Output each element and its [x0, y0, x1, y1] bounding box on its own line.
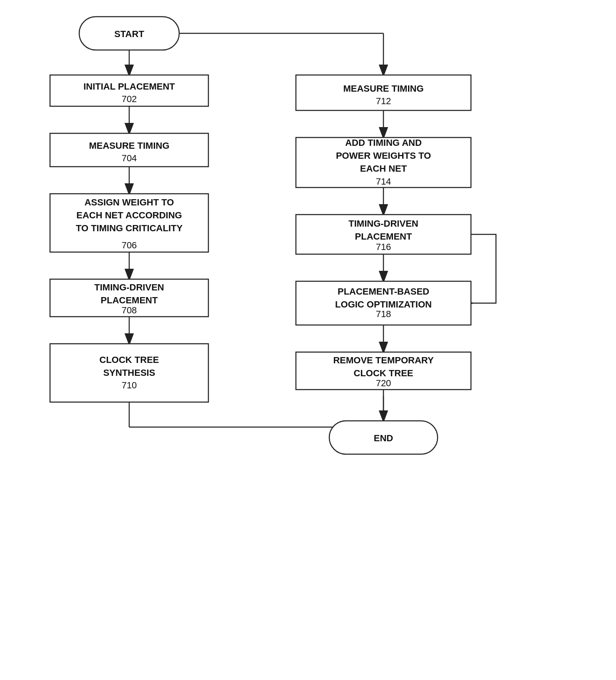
svg-text:714: 714: [376, 176, 391, 187]
svg-text:INITIAL PLACEMENT: INITIAL PLACEMENT: [83, 81, 175, 92]
svg-text:708: 708: [122, 305, 137, 315]
svg-text:REMOVE TEMPORARY: REMOVE TEMPORARY: [333, 355, 434, 365]
svg-text:716: 716: [376, 242, 391, 252]
svg-text:START: START: [114, 29, 144, 39]
svg-text:710: 710: [122, 380, 137, 390]
svg-text:TO TIMING CRITICALITY: TO TIMING CRITICALITY: [76, 223, 183, 233]
svg-text:TIMING-DRIVEN: TIMING-DRIVEN: [94, 282, 164, 292]
svg-text:MEASURE TIMING: MEASURE TIMING: [343, 83, 423, 94]
svg-text:TIMING-DRIVEN: TIMING-DRIVEN: [348, 218, 418, 229]
svg-text:SYNTHESIS: SYNTHESIS: [103, 368, 155, 378]
diagram-container: STARTINITIAL PLACEMENT702MEASURE TIMING7…: [0, 0, 616, 680]
svg-text:ADD TIMING AND: ADD TIMING AND: [345, 138, 422, 148]
svg-text:712: 712: [376, 96, 391, 106]
svg-text:CLOCK TREE: CLOCK TREE: [354, 368, 413, 378]
svg-text:PLACEMENT-BASED: PLACEMENT-BASED: [338, 286, 429, 297]
svg-text:POWER WEIGHTS TO: POWER WEIGHTS TO: [336, 150, 431, 161]
svg-text:PLACEMENT: PLACEMENT: [355, 231, 412, 242]
svg-text:706: 706: [122, 240, 137, 250]
svg-text:718: 718: [376, 309, 391, 319]
svg-text:LOGIC OPTIMIZATION: LOGIC OPTIMIZATION: [335, 299, 432, 310]
svg-text:MEASURE TIMING: MEASURE TIMING: [89, 140, 169, 151]
svg-text:CLOCK TREE: CLOCK TREE: [100, 355, 159, 365]
svg-text:720: 720: [376, 378, 391, 388]
svg-text:PLACEMENT: PLACEMENT: [101, 295, 158, 305]
svg-text:702: 702: [122, 94, 137, 104]
svg-text:704: 704: [122, 153, 137, 163]
svg-text:EACH NET: EACH NET: [360, 163, 407, 174]
svg-text:EACH NET ACCORDING: EACH NET ACCORDING: [76, 210, 182, 220]
svg-text:END: END: [374, 433, 393, 443]
svg-text:ASSIGN WEIGHT TO: ASSIGN WEIGHT TO: [85, 197, 174, 208]
